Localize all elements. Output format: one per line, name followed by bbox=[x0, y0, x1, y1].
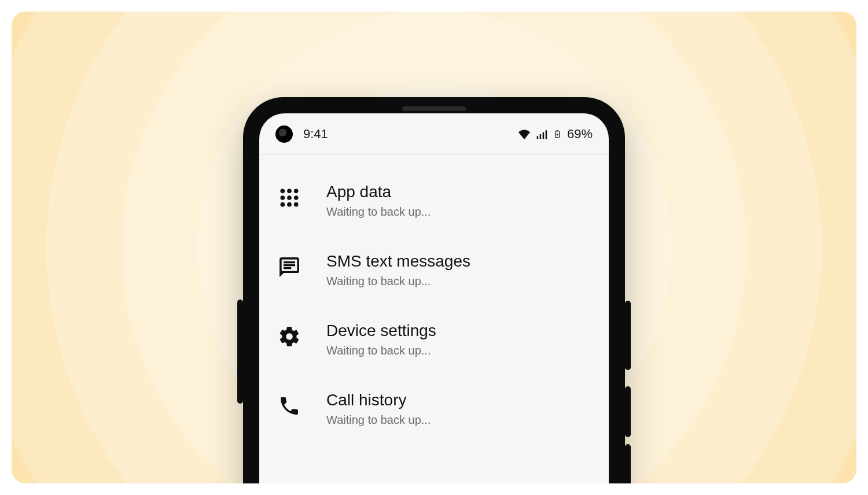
svg-rect-1 bbox=[540, 134, 542, 139]
phone-screen: 9:41 bbox=[259, 113, 609, 483]
front-camera bbox=[275, 125, 293, 143]
list-item-sms[interactable]: SMS text messages Waiting to back up... bbox=[269, 235, 599, 304]
svg-rect-16 bbox=[284, 261, 295, 263]
svg-point-9 bbox=[281, 195, 285, 200]
list-item-title: Call history bbox=[326, 390, 431, 410]
svg-point-6 bbox=[281, 189, 285, 194]
power-button bbox=[625, 301, 631, 370]
list-item-subtitle: Waiting to back up... bbox=[326, 275, 470, 288]
volume-up-button bbox=[625, 386, 631, 437]
svg-rect-5 bbox=[556, 130, 558, 131]
list-item-subtitle: Waiting to back up... bbox=[326, 205, 431, 219]
phone-frame: 9:41 bbox=[243, 97, 625, 483]
left-side-button bbox=[237, 300, 243, 404]
settings-icon bbox=[275, 323, 303, 350]
list-item-device-settings[interactable]: Device settings Waiting to back up... bbox=[269, 304, 599, 374]
svg-point-8 bbox=[294, 189, 299, 194]
list-item-title: SMS text messages bbox=[326, 251, 470, 271]
svg-point-14 bbox=[294, 202, 299, 207]
illustration-canvas: 9:41 bbox=[12, 12, 856, 483]
list-item-title: Device settings bbox=[326, 320, 436, 341]
battery-icon bbox=[553, 128, 561, 141]
volume-down-button bbox=[625, 444, 631, 483]
svg-point-13 bbox=[287, 202, 292, 207]
status-bar: 9:41 bbox=[259, 113, 609, 155]
svg-point-7 bbox=[287, 189, 292, 194]
list-item-call-history[interactable]: Call history Waiting to back up... bbox=[269, 374, 599, 443]
wifi-icon bbox=[518, 128, 530, 140]
sms-icon bbox=[275, 253, 303, 281]
svg-rect-3 bbox=[546, 130, 547, 139]
backup-list: App data Waiting to back up... bbox=[259, 155, 609, 443]
svg-rect-18 bbox=[284, 267, 291, 269]
list-item-subtitle: Waiting to back up... bbox=[326, 413, 431, 427]
battery-percent: 69% bbox=[567, 127, 593, 142]
svg-rect-17 bbox=[284, 264, 295, 266]
phone-icon bbox=[275, 392, 303, 420]
list-item-subtitle: Waiting to back up... bbox=[326, 344, 436, 357]
list-item-title: App data bbox=[326, 182, 431, 202]
earpiece bbox=[402, 106, 466, 111]
apps-icon bbox=[275, 184, 303, 212]
svg-point-10 bbox=[287, 195, 292, 200]
cellular-signal-icon bbox=[536, 128, 547, 140]
status-clock: 9:41 bbox=[303, 127, 328, 142]
svg-point-12 bbox=[281, 202, 285, 207]
svg-point-11 bbox=[294, 195, 299, 200]
svg-rect-2 bbox=[543, 132, 545, 139]
svg-rect-0 bbox=[537, 136, 539, 139]
list-item-app-data[interactable]: App data Waiting to back up... bbox=[269, 165, 599, 235]
